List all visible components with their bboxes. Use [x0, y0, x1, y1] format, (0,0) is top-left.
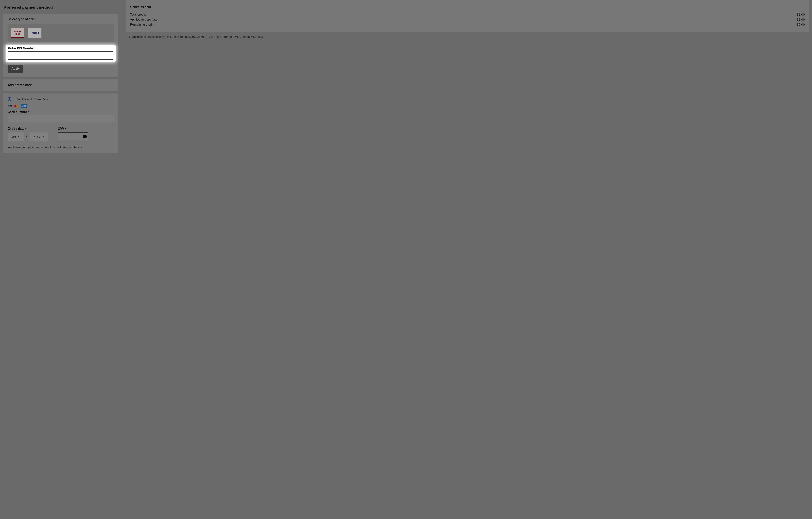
card-tile-kobo[interactable]: Rakuten kobo [11, 28, 24, 38]
credit-row-value: $0.00 [797, 23, 805, 27]
card-number-label: Card number * [8, 110, 114, 114]
pin-label: Kobo PIN Number [8, 47, 113, 50]
radio-selected-icon [9, 98, 10, 100]
save-payment-note: We'll save your payment information for … [8, 145, 114, 149]
cvv-help-icon[interactable]: ? [83, 135, 87, 138]
store-credit-panel: Store credit Total credit: $1.00 Applied… [126, 0, 809, 32]
credit-card-radio-label: Credit card / Visa Debit [16, 97, 50, 101]
chevron-down-icon: ▼ [42, 135, 44, 138]
expiry-year-value: YYYY [33, 135, 40, 138]
mastercard-icon [14, 104, 18, 108]
gift-card-panel: Select type of card: Rakuten kobo !ndigo… [3, 13, 118, 77]
card-type-row: Rakuten kobo !ndigo [8, 24, 114, 42]
credit-row-label: Applied to purchase: [130, 18, 158, 22]
credit-row-label: Total credit: [130, 13, 146, 17]
promo-panel: Add promo code [3, 79, 118, 91]
preferred-payment-title: Preferred payment method [4, 5, 118, 10]
select-card-label: Select type of card: [8, 17, 114, 21]
visa-icon: VISA [8, 104, 12, 108]
credit-row-value: $1.00 [797, 13, 805, 17]
apply-button[interactable]: Apply [8, 64, 23, 73]
kobo-logo-icon: Rakuten kobo [13, 31, 22, 35]
transaction-disclaimer: All transactions processed by Rakuten Ko… [126, 35, 809, 39]
credit-row-applied: Applied to purchase: -$1.00 [130, 18, 805, 22]
card-tile-indigo[interactable]: !ndigo [28, 28, 41, 38]
credit-row-remaining: Remaining credit: $0.00 [130, 23, 805, 27]
expiry-month-select[interactable]: MM ▼ [8, 132, 24, 141]
expiry-year-select[interactable]: YYYY ▼ [29, 132, 48, 141]
chevron-down-icon: ▼ [18, 135, 20, 138]
card-brand-logos: VISA AM EX [8, 104, 114, 108]
credit-row-total: Total credit: $1.00 [130, 13, 805, 17]
store-credit-title: Store credit [130, 5, 805, 9]
indigo-logo-icon: !ndigo [31, 31, 39, 34]
expiry-separator: / [26, 135, 27, 139]
add-promo-code-link[interactable]: Add promo code [8, 83, 32, 87]
credit-row-value: -$1.00 [796, 18, 805, 22]
credit-card-radio[interactable] [8, 97, 11, 101]
expiry-label: Expiry date * [8, 127, 48, 131]
cvv-label: CVV * [58, 127, 88, 131]
amex-icon: AM EX [21, 104, 27, 108]
pin-highlight-block: Kobo PIN Number [5, 45, 116, 62]
credit-card-panel: Credit card / Visa Debit VISA AM EX Card… [3, 93, 118, 153]
card-number-input[interactable] [8, 115, 114, 123]
credit-row-label: Remaining credit: [130, 23, 154, 27]
expiry-month-value: MM [11, 135, 16, 138]
pin-input[interactable] [8, 51, 113, 60]
